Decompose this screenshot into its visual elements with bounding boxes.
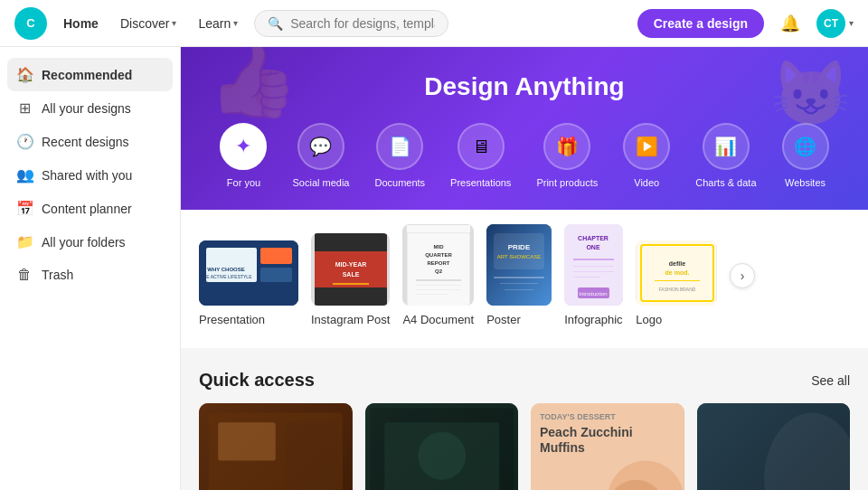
nav-home[interactable]: Home [58,13,104,34]
grid-icon: ⊞ [16,99,33,117]
svg-rect-24 [494,277,544,278]
instagram-svg: MID-YEAR SALE [315,233,387,306]
hero-icon-for-you[interactable]: ✦ For you [220,123,267,188]
document-icon: 📄 [389,136,411,157]
svg-rect-17 [416,285,461,286]
svg-rect-18 [416,289,461,290]
presentations-circle: 🖥 [458,123,505,170]
clock-icon: 🕐 [16,133,33,150]
template-label-infographic: Infographic [564,313,623,326]
chevron-down-icon: ▾ [172,18,176,28]
quick-card-1[interactable]: HILTON TRAVELS TIME TO GET LOST [199,403,353,490]
main-layout: 🏠 Recommended ⊞ All your designs 🕐 Recen… [0,0,868,490]
sidebar-item-trash[interactable]: 🗑 Trash [7,259,173,291]
a4-svg: MID QUARTER REPORT Q2 [407,232,470,306]
templates-section: WHY CHOOSE THE ACTIVE LIFESTYLE Presenta… [181,210,868,348]
sidebar-item-shared[interactable]: 👥 Shared with you [7,158,173,192]
scroll-right-arrow[interactable]: › [730,263,755,288]
svg-rect-33 [573,277,600,278]
template-label-a4: A4 Document [402,313,474,326]
chevron-down-icon: ▾ [233,18,238,28]
hero-icon-label-for-you: For you [227,177,260,188]
poster-svg: PRIDE ART SHOWCASE [486,224,552,306]
see-all-button[interactable]: See all [811,373,850,388]
print-circle: 🎁 [543,123,590,170]
svg-text:ONE: ONE [587,244,601,250]
search-icon: 🔍 [268,16,283,31]
template-card-logo[interactable]: defile de mod. FASHION BRAND Logo [636,240,717,326]
svg-rect-7 [315,251,387,287]
hero-icon-print[interactable]: 🎁 Print products [536,123,598,188]
hero-icon-video[interactable]: ▶️ Video [623,123,670,188]
svg-text:PRIDE: PRIDE [508,243,531,251]
svg-rect-31 [573,266,614,267]
svg-rect-16 [416,279,461,281]
template-label-logo: Logo [636,313,717,326]
logo-text: C [26,16,34,30]
quick-card-3[interactable]: TODAY'S DESSERT Peach Zucchini Muffins 🧁 [531,403,684,490]
charts-circle: 📊 [703,123,750,170]
search-bar[interactable]: 🔍 [254,10,448,37]
template-card-presentation[interactable]: WHY CHOOSE THE ACTIVE LIFESTYLE Presenta… [199,240,298,326]
hero-icon-docs[interactable]: 📄 Documents [374,123,425,188]
hero-icon-label-charts: Charts & data [695,177,756,188]
svg-rect-32 [573,271,614,272]
sidebar-item-recommended[interactable]: 🏠 Recommended [7,58,173,91]
quick-access-title: Quick access [199,370,315,391]
infographic-thumbnail: CHAPTER ONE Introduction [564,224,623,306]
svg-text:ART SHOWCASE: ART SHOWCASE [497,254,541,259]
sidebar-label-folders: All your folders [42,235,126,250]
canva-logo[interactable]: C [14,7,47,40]
template-card-infographic[interactable]: CHAPTER ONE Introduction Infograph [564,224,623,326]
template-card-instagram[interactable]: MID-YEAR SALE Instagram Post [311,233,390,326]
svg-point-49 [418,432,466,480]
avatar: CT [816,9,845,38]
template-card-a4[interactable]: MID QUARTER REPORT Q2 A4 Document [402,224,474,326]
calendar-icon: 📅 [16,200,33,217]
svg-text:THE ACTIVE LIFESTYLE: THE ACTIVE LIFESTYLE [201,274,253,279]
hero-category-icons: ✦ For you 💬 Social media 📄 Documents [217,123,832,188]
play-icon: ▶️ [636,136,658,157]
hero-icon-label-social: Social media [292,177,349,188]
trash-icon: 🗑 [16,267,33,283]
hero-icon-websites[interactable]: 🌐 Websites [782,123,829,188]
hero-icon-social[interactable]: 💬 Social media [292,123,349,188]
svg-rect-21 [494,233,544,269]
sidebar-label-all-designs: All your designs [42,101,131,116]
globe-icon: 🌐 [794,136,816,157]
svg-text:QUARTER: QUARTER [425,252,452,258]
svg-rect-2 [260,248,292,264]
svg-rect-30 [573,259,614,260]
template-card-poster[interactable]: PRIDE ART SHOWCASE Poster [486,224,552,326]
quick-card-4[interactable]: CAPTURE EVERY MOMENT [697,403,851,490]
hero-title: Design Anything [217,72,832,101]
social-circle: 💬 [297,123,344,170]
hero-icon-label-docs: Documents [374,177,425,188]
svg-text:Q2: Q2 [435,269,443,274]
sidebar-item-folders[interactable]: 📁 All your folders [7,225,173,259]
home-icon: 🏠 [16,66,33,83]
nav-learn[interactable]: Learn ▾ [193,13,243,34]
star-icon: ✦ [235,135,251,158]
sidebar-item-planner[interactable]: 📅 Content planner [7,192,173,225]
svg-rect-10 [333,283,369,285]
svg-rect-3 [260,268,292,282]
infographic-svg: CHAPTER ONE Introduction [564,224,623,306]
user-avatar-button[interactable]: CT ▾ [816,9,854,38]
hero-icon-charts[interactable]: 📊 Charts & data [695,123,756,188]
hero-icon-label-print: Print products [536,177,598,188]
quick-card-2[interactable]: A CULTURAL JOURNEY GET LOST IN STOCKHOLM [365,403,519,490]
search-input[interactable] [290,16,435,31]
docs-circle: 📄 [376,123,423,170]
nav-discover[interactable]: Discover ▾ [115,13,182,34]
sidebar-label-recommended: Recommended [42,68,132,82]
hero-icon-presentations[interactable]: 🖥 Presentations [450,123,511,188]
svg-rect-19 [416,294,448,295]
create-design-button[interactable]: Create a design [637,9,764,38]
sidebar-item-all-designs[interactable]: ⊞ All your designs [7,91,173,125]
sidebar-item-recent[interactable]: 🕐 Recent designs [7,125,173,158]
templates-scroll: WHY CHOOSE THE ACTIVE LIFESTYLE Presenta… [199,224,850,334]
svg-text:FASHION BRAND: FASHION BRAND [659,287,696,292]
template-label-presentation: Presentation [199,313,298,326]
notifications-button[interactable]: 🔔 [775,10,806,37]
